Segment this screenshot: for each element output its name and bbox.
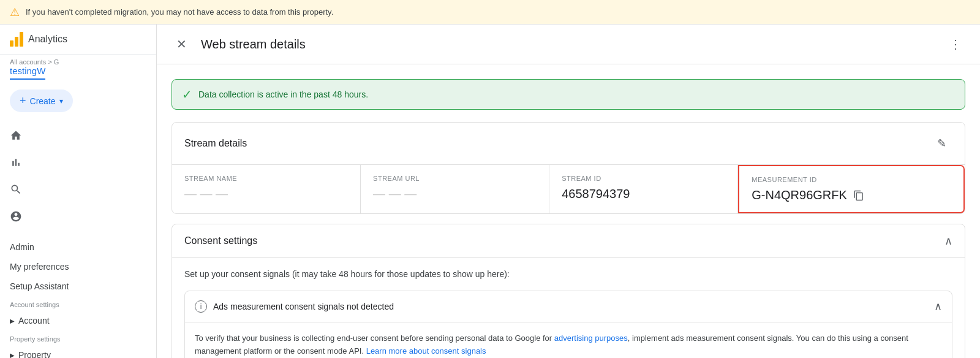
modal-header: ✕ Web stream details ⋮ xyxy=(157,25,980,64)
logo-bar-1 xyxy=(10,40,13,47)
breadcrumb-text: All accounts > G xyxy=(10,58,146,66)
stream-details-edit-button[interactable]: ✎ xyxy=(930,132,952,154)
property-settings-label: Property settings xyxy=(0,330,156,345)
modal-title: Web stream details xyxy=(201,37,306,51)
stream-url-field: STREAM URL — — — xyxy=(361,165,549,213)
consent-item-body: To verify that your business is collecti… xyxy=(185,322,952,358)
advertising-purposes-link[interactable]: advertising purposes xyxy=(554,333,628,343)
consent-item-desc: To verify that your business is collecti… xyxy=(195,332,942,358)
stream-name-field: STREAM NAME — — — xyxy=(172,165,361,213)
consent-item-header[interactable]: i Ads measurement consent signals not de… xyxy=(185,291,952,322)
analytics-logo xyxy=(10,32,23,47)
create-label: Create xyxy=(30,96,56,106)
sidebar-search-icon[interactable] xyxy=(0,176,156,203)
chevron-down-icon: ▾ xyxy=(59,97,63,105)
sidebar-nav: Admin My preferences Setup Assistant Acc… xyxy=(0,232,156,358)
logo-bar-3 xyxy=(20,32,23,47)
stream-name-label: STREAM NAME xyxy=(184,175,348,182)
sidebar-bar-chart-icon[interactable] xyxy=(0,149,156,176)
sidebar-settings-icon[interactable] xyxy=(0,203,156,230)
info-icon: i xyxy=(195,300,207,313)
stream-details-title: Stream details xyxy=(184,138,247,149)
content-area: ✕ Web stream details ⋮ ✓ Data collection… xyxy=(157,25,980,358)
modal-close-button[interactable]: ✕ xyxy=(172,34,191,54)
consent-body: Set up your consent signals (it may take… xyxy=(172,258,965,358)
consent-settings-title: Consent settings xyxy=(184,235,257,246)
measurement-id-label: MEASUREMENT ID xyxy=(752,176,951,183)
stream-url-value: — — — xyxy=(373,187,537,201)
measurement-id-value: G-N4QR96GRFK xyxy=(752,188,847,202)
sidebar-item-setup[interactable]: Setup Assistant xyxy=(0,276,156,296)
modal-body: ✓ Data collection is active in the past … xyxy=(157,64,980,358)
stream-details-header: Stream details ✎ xyxy=(172,123,965,165)
warning-icon: ⚠ xyxy=(10,6,20,19)
modal-more-button[interactable]: ⋮ xyxy=(946,34,965,54)
sidebar: Analytics All accounts > G testingW + Cr… xyxy=(0,25,157,358)
expand-icon: ▶ xyxy=(10,318,15,324)
consent-item-title: Ads measurement consent signals not dete… xyxy=(213,302,394,311)
stream-id-field: STREAM ID 4658794379 xyxy=(549,165,738,213)
stream-name-value: — — — xyxy=(184,187,348,201)
status-banner: ✓ Data collection is active in the past … xyxy=(172,79,965,110)
sidebar-home-icon[interactable] xyxy=(0,122,156,149)
sidebar-item-admin[interactable]: Admin xyxy=(0,237,156,257)
measurement-value-row: G-N4QR96GRFK xyxy=(752,188,951,202)
edit-icon: ✎ xyxy=(937,137,946,150)
consent-description: Set up your consent signals (it may take… xyxy=(184,268,952,281)
status-check-icon: ✓ xyxy=(182,87,192,102)
learn-more-link[interactable]: Learn more about consent signals xyxy=(366,346,486,356)
sidebar-item-property[interactable]: ▶ Property xyxy=(0,345,156,358)
copy-icon xyxy=(853,190,864,201)
logo-bar-2 xyxy=(15,37,18,47)
close-icon: ✕ xyxy=(176,37,187,51)
status-text: Data collection is active in the past 48… xyxy=(198,90,368,99)
more-icon: ⋮ xyxy=(949,37,962,51)
breadcrumb: All accounts > G testingW xyxy=(0,55,156,82)
warning-text: If you haven't completed migration, you … xyxy=(26,7,333,17)
consent-item-ads: i Ads measurement consent signals not de… xyxy=(184,291,952,358)
consent-settings-card: Consent settings ∧ Set up your consent s… xyxy=(172,224,965,358)
web-stream-details-modal: ✕ Web stream details ⋮ ✓ Data collection… xyxy=(157,25,980,358)
account-name[interactable]: testingW xyxy=(10,66,45,80)
consent-item-collapse-icon: ∧ xyxy=(934,300,942,313)
measurement-id-copy-button[interactable] xyxy=(852,189,865,202)
expand-icon: ▶ xyxy=(10,352,15,359)
stream-fields: STREAM NAME — — — STREAM URL — — — STREA… xyxy=(172,165,965,213)
sidebar-item-account[interactable]: ▶ Account xyxy=(0,311,156,330)
consent-collapse-icon: ∧ xyxy=(944,234,952,248)
measurement-id-field: MEASUREMENT ID G-N4QR96GRFK xyxy=(738,165,965,213)
create-button[interactable]: + Create ▾ xyxy=(10,90,73,112)
sidebar-header: Analytics xyxy=(0,25,156,55)
plus-icon: + xyxy=(20,94,26,107)
modal-header-left: ✕ Web stream details xyxy=(172,34,306,54)
consent-item-title-row: i Ads measurement consent signals not de… xyxy=(195,300,394,313)
stream-details-card: Stream details ✎ STREAM NAME — — — xyxy=(172,122,965,214)
stream-id-value: 4658794379 xyxy=(562,187,725,201)
app-title: Analytics xyxy=(28,34,67,45)
sidebar-item-preferences[interactable]: My preferences xyxy=(0,257,156,276)
consent-settings-header[interactable]: Consent settings ∧ xyxy=(172,224,965,258)
sidebar-icon-rail xyxy=(0,120,156,232)
account-settings-label: Account settings xyxy=(0,296,156,311)
stream-id-label: STREAM ID xyxy=(562,175,725,182)
stream-url-label: STREAM URL xyxy=(373,175,537,182)
top-warning-bar: ⚠ If you haven't completed migration, yo… xyxy=(0,0,980,25)
